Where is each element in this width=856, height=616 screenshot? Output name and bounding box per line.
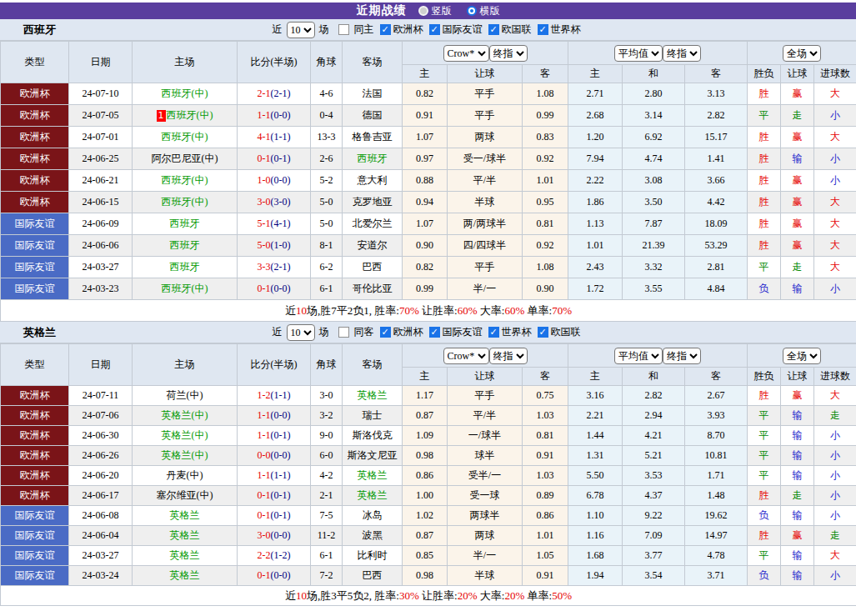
home-team-name[interactable]: 英格兰 [170, 549, 200, 561]
type-cell: 欧洲杯 [1, 406, 69, 426]
team-name[interactable]: 英格兰 [23, 325, 56, 340]
corner-cell: 0-4 [311, 105, 343, 127]
home-team-name[interactable]: 西班牙 [170, 261, 200, 273]
away-team-name[interactable]: 安道尔 [358, 239, 388, 251]
home-team-name[interactable]: 西班牙(中) [162, 283, 208, 294]
competition-checkbox[interactable] [538, 24, 548, 35]
home-team-name[interactable]: 英格兰 [170, 569, 200, 581]
away-team-name[interactable]: 比利时 [358, 549, 388, 561]
avg-away-cell: 3.71 [685, 566, 748, 586]
avg-home-cell: 2.21 [568, 406, 623, 426]
away-team-name[interactable]: 北爱尔兰 [353, 218, 393, 229]
home-team-name[interactable]: 丹麦(中) [167, 469, 203, 481]
home-team-name[interactable]: 西班牙(中) [162, 131, 208, 143]
score-cell: 0-0(0-0) [238, 446, 311, 466]
away-team-name[interactable]: 巴西 [363, 261, 383, 273]
version-radio-horizontal[interactable]: 横版 [467, 4, 500, 18]
summary-segment: 让胜率: [419, 589, 458, 602]
column-header: 角球 [311, 42, 343, 83]
radio-on-icon[interactable] [467, 6, 477, 16]
away-team-name[interactable]: 巴西 [363, 569, 383, 581]
same-checkbox[interactable] [338, 24, 349, 35]
avg-time-select[interactable]: 终指 [663, 45, 701, 62]
team-name[interactable]: 西班牙 [23, 23, 56, 38]
home-team-name[interactable]: 西班牙(中) [162, 196, 208, 208]
away-team-name[interactable]: 克罗地亚 [353, 196, 393, 208]
scope-select[interactable]: 全场 [783, 45, 821, 62]
home-team-name[interactable]: 英格兰 [170, 529, 200, 541]
home-team-name[interactable]: 荷兰(中) [167, 389, 203, 401]
away-team-name[interactable]: 意大利 [358, 174, 388, 186]
home-team-name[interactable]: 英格兰(中) [162, 409, 208, 421]
competition-checkbox[interactable] [429, 24, 440, 35]
odds-time-select[interactable]: 终指 [489, 348, 528, 364]
avg-home-cell: 1.31 [568, 446, 623, 466]
odds-source-select[interactable]: Crow* [443, 45, 489, 62]
date-cell: 24-06-30 [69, 426, 133, 446]
header-select-row: 类型日期主场比分(半场)角球客场Crow*终指平均值终指全场 [1, 344, 856, 368]
home-team-name[interactable]: 西班牙(中) [162, 174, 208, 186]
result-handicap-cell: 赢 [781, 170, 814, 192]
away-team-name[interactable]: 英格兰 [358, 489, 388, 501]
halftime-score: (2-1) [271, 261, 291, 273]
date-cell: 24-07-05 [69, 105, 133, 127]
competition-checkbox[interactable] [538, 327, 548, 338]
away-team-name[interactable]: 西班牙 [358, 153, 388, 164]
away-team-name[interactable]: 法国 [363, 88, 383, 99]
handicap-home-odds-cell: 0.85 [403, 546, 448, 566]
avg-home-cell: 1.10 [568, 506, 623, 526]
competition-checkbox[interactable] [380, 327, 391, 338]
avg-away-cell: 10.81 [685, 446, 748, 466]
home-team-name[interactable]: 西班牙 [170, 218, 200, 229]
handicap-away-odds-cell: 1.08 [523, 83, 568, 105]
avg-source-select[interactable]: 平均值 [614, 348, 663, 364]
home-team-name[interactable]: 英格兰(中) [162, 449, 208, 461]
result-wdl-cell: 胜 [748, 526, 781, 546]
away-team-name[interactable]: 英格兰 [358, 389, 388, 401]
handicap-line-cell: 受半/一 [448, 466, 523, 486]
home-team-name[interactable]: 西班牙(中) [162, 88, 208, 99]
avg-draw-cell: 3.77 [623, 546, 685, 566]
version-radio-vertical[interactable]: 竖版 [418, 4, 452, 18]
away-team-cell: 克罗地亚 [343, 192, 403, 213]
result-goals-cell: 大 [814, 546, 856, 566]
recent-count-select[interactable]: 10 [287, 324, 315, 341]
away-team-name[interactable]: 瑞士 [363, 409, 383, 421]
scope-select[interactable]: 全场 [783, 348, 821, 364]
away-team-name[interactable]: 斯洛文尼亚 [348, 449, 398, 461]
home-team-name[interactable]: 塞尔维亚(中) [157, 489, 213, 501]
handicap-home-odds-cell: 1.00 [403, 486, 448, 506]
avg-away-cell: 18.09 [685, 213, 748, 235]
games-label: 场 [319, 23, 329, 37]
competition-checkbox[interactable] [380, 24, 391, 35]
handicap-home-odds-cell: 0.87 [403, 526, 448, 546]
away-team-name[interactable]: 德国 [363, 109, 383, 121]
home-team-name[interactable]: 西班牙(中) [167, 109, 213, 121]
result-wdl-cell: 负 [748, 506, 781, 526]
halftime-score: (0-1) [271, 489, 291, 501]
odds-time-select[interactable]: 终指 [489, 45, 528, 62]
radio-off-icon[interactable] [418, 6, 428, 16]
away-team-name[interactable]: 哥伦比亚 [353, 283, 393, 294]
competition-checkbox[interactable] [429, 327, 440, 338]
away-team-name[interactable]: 波黑 [363, 529, 383, 541]
competition-checkbox[interactable] [488, 327, 499, 338]
header-select-row: 类型日期主场比分(半场)角球客场Crow*终指平均值终指全场 [1, 42, 856, 65]
home-team-name[interactable]: 西班牙 [170, 239, 200, 251]
table-row: 欧洲杯24-06-25阿尔巴尼亚(中)0-1(0-1)2-6西班牙0.97受一/… [1, 148, 856, 170]
avg-source-select[interactable]: 平均值 [614, 45, 663, 62]
away-team-name[interactable]: 冰岛 [363, 509, 383, 521]
handicap-home-odds-cell: 1.07 [403, 127, 448, 148]
avg-time-select[interactable]: 终指 [663, 348, 701, 364]
away-team-name[interactable]: 格鲁吉亚 [353, 131, 393, 143]
away-team-name[interactable]: 斯洛伐克 [353, 429, 393, 441]
home-team-name[interactable]: 英格兰 [170, 509, 200, 521]
home-team-cell: 英格兰 [133, 526, 238, 546]
home-team-name[interactable]: 英格兰(中) [162, 429, 208, 441]
competition-checkbox[interactable] [488, 24, 499, 35]
odds-source-select[interactable]: Crow* [443, 348, 489, 364]
away-team-name[interactable]: 英格兰 [358, 469, 388, 481]
home-team-name[interactable]: 阿尔巴尼亚(中) [152, 153, 218, 164]
same-checkbox[interactable] [338, 327, 349, 338]
recent-count-select[interactable]: 10 [287, 22, 315, 38]
